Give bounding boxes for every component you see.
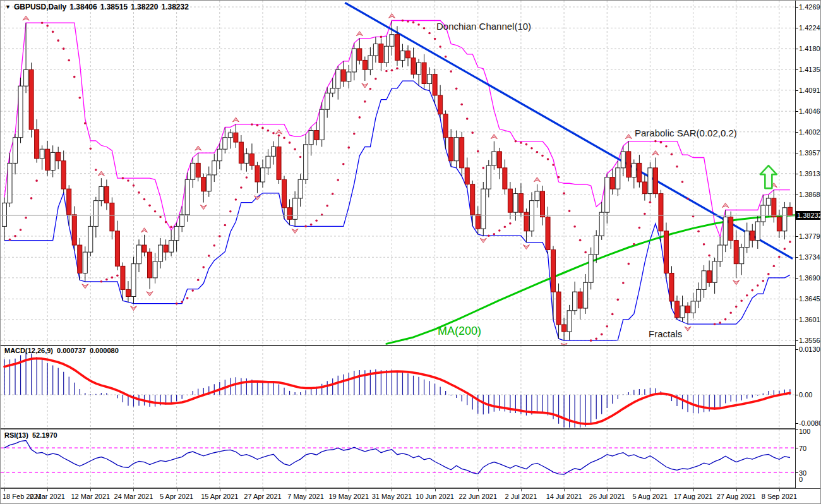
panel-separator[interactable] [1,345,821,346]
date-tick-label: 22 Jun 2021 [458,493,497,500]
date-tick-label: 15 Apr 2021 [201,493,238,500]
fractal-down-icon [130,306,136,311]
date-tick-mark [521,489,522,491]
axis-tick-mark [796,236,798,237]
fractals-label: Fractals [649,328,682,339]
date-tick-label: 14 Jul 2021 [546,493,582,500]
rsi-name: RSI(13) [4,431,28,439]
parabolic-sar-label: Parabolic SAR(0.02,0.2) [635,128,737,138]
macd-window-label: MACD(12,26,9)0.0007370.000080 [4,347,123,354]
date-tick-mark [220,489,220,491]
date-tick-label: 2 Jul 2021 [505,493,537,500]
price-tick-label: 1.36010 [799,316,821,323]
date-tick-label: 7 May 2021 [287,493,323,500]
axis-tick-mark [796,195,798,195]
axis-tick-mark [796,320,798,320]
axis-tick-mark [796,90,798,91]
price-tick-label: 1.40020 [799,128,821,136]
axis-tick-mark [796,299,798,299]
axis-tick-mark [796,49,798,49]
price-tick-label: 1.38680 [799,191,821,198]
fractal-down-icon [362,83,368,88]
macd-tick-label: 0.013045 [799,345,821,353]
fractal-up-icon [195,146,201,150]
date-tick-label: 31 May 2021 [372,493,412,500]
chart-window: 1.426901.422401.418001.413501.409101.404… [0,0,821,504]
date-tick-mark [607,489,608,491]
current-price-value: 1.38232 [797,212,821,219]
axis-tick-mark [796,395,798,395]
date-tick-mark [349,489,349,491]
rsi-window-label: RSI(13)52.1970 [4,431,61,439]
symbol-header: ▼GBPUSD,Daily1.384061.385151.382201.3823… [5,3,192,11]
date-tick-label: 10 Jun 2021 [416,493,454,500]
fractal-down-icon [147,292,153,296]
rsi-pane[interactable] [1,429,795,488]
ma200-label: MA(200) [438,325,481,338]
price-tick-label: 1.36450 [799,295,821,303]
date-tick-mark [306,489,306,491]
ohlc-open: 1.38406 [69,3,97,11]
date-axis[interactable]: 18 Feb 20212 Mar 202112 Mar 202124 Mar 2… [1,489,821,504]
main-chart-pane[interactable] [1,1,795,345]
fractal-down-icon [733,280,740,285]
macd-tick-label: -0.008095 [799,419,821,427]
macd-histogram [4,352,790,428]
fractal-down-icon [480,238,486,243]
price-tick-label: 1.37790 [799,232,821,240]
ohlc-close: 1.38232 [161,3,188,11]
current-price-tag: 1.38232 [796,211,821,220]
axis-tick-mark [796,174,798,174]
axis-tick-mark [796,28,798,28]
fractal-up-icon [491,135,497,139]
date-tick-mark [435,489,436,491]
fractal-up-icon [141,228,148,232]
fractal-up-icon [232,117,239,122]
date-tick-label: 8 Sep 2021 [762,493,797,500]
fractal-down-icon [523,245,529,249]
fractal-down-icon [82,284,88,289]
rsi-value: 52.1970 [32,431,57,439]
symbol-dropdown-icon[interactable]: ▼ [5,4,11,10]
macd-name: MACD(12,26,9) [4,347,53,354]
price-axis[interactable]: 1.426901.422401.418001.413501.409101.404… [795,1,821,488]
fractal-down-icon [292,229,298,233]
date-tick-mark [478,489,479,491]
donchian-label: Donchian Channel(10) [436,21,531,32]
price-tick-label: 1.35560 [799,337,821,344]
date-tick-label: 19 May 2021 [328,493,369,500]
axis-tick-mark [796,423,798,424]
ohlc-low: 1.38220 [131,3,158,11]
axis-tick-mark [796,429,798,430]
date-tick-mark [392,489,392,491]
macd-pane[interactable] [1,345,795,429]
date-tick-label: 24 Mar 2021 [114,493,153,500]
axis-tick-mark [796,349,798,350]
axis-tick-mark [796,132,798,133]
axis-tick-mark [796,340,798,341]
date-tick-mark [564,489,565,491]
axis-tick-mark [796,7,798,8]
price-tick-label: 1.41350 [799,66,821,73]
date-tick-mark [47,489,48,491]
macd-value-main: 0.000737 [57,347,86,354]
date-tick-label: 5 Apr 2021 [160,493,193,500]
price-tick-label: 1.36900 [799,274,821,282]
date-tick-mark [133,489,134,491]
rsi-tick-label: 0 [799,476,803,483]
panel-separator[interactable] [1,428,821,429]
price-tick-label: 1.39130 [799,170,821,177]
rsi-tick-label: 70 [799,445,806,452]
date-tick-label: 17 Aug 2021 [674,493,713,500]
rsi-line [4,440,790,474]
axis-tick-mark [796,111,798,112]
price-tick-label: 1.41800 [799,45,821,52]
date-tick-label: 27 Apr 2021 [244,493,281,500]
date-tick-mark [693,489,694,491]
date-tick-mark [736,489,737,491]
price-tick-label: 1.42690 [799,3,821,11]
axis-tick-mark [796,153,798,153]
price-tick-label: 1.42240 [799,24,821,32]
date-tick-mark [177,489,177,491]
fractal-up-icon [722,203,729,207]
